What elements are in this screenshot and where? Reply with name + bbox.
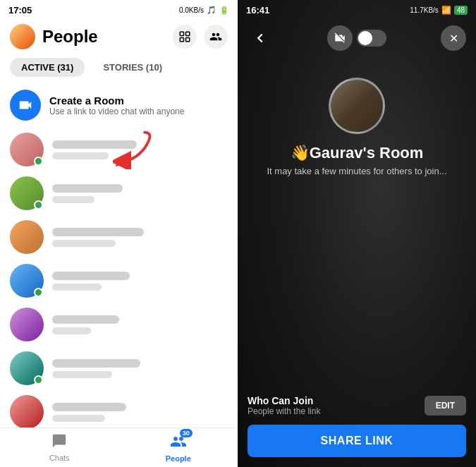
signal-icon-right: 📶	[441, 6, 451, 15]
network-speed-right: 11.7KB/s	[410, 6, 439, 14]
grid-icon-button[interactable]	[173, 25, 197, 49]
people-count-badge: 30	[180, 429, 193, 437]
people-badge-container: 30	[170, 433, 187, 453]
create-room-row[interactable]: Create a Room Use a link to video chat w…	[0, 83, 238, 128]
battery-right: 48	[454, 6, 468, 15]
chats-label: Chats	[49, 454, 70, 462]
online-indicator	[34, 288, 43, 297]
list-item[interactable]	[0, 303, 238, 346]
add-person-button[interactable]	[204, 25, 228, 49]
messenger-people-screen: 17:05 0.0KB/s 🎵 🔋 People	[0, 0, 238, 467]
share-link-button[interactable]: SHARE LINK	[248, 425, 466, 457]
bluetooth-icon: 🎵	[207, 6, 216, 15]
online-indicator	[34, 375, 43, 384]
people-list	[0, 128, 238, 427]
edit-button[interactable]: EDIT	[425, 396, 466, 416]
video-toggle-group	[327, 25, 386, 51]
person-info	[52, 315, 228, 334]
header-actions	[173, 25, 228, 49]
person-avatar	[10, 308, 44, 341]
list-item[interactable]	[0, 171, 238, 215]
online-indicator	[34, 157, 43, 166]
status-bar-left: 17:05 0.0KB/s 🎵 🔋	[0, 0, 238, 20]
room-screen: 16:41 11.7KB/s 📶 48 ✕	[238, 0, 476, 467]
status-bar-right: 16:41 11.7KB/s 📶 48	[238, 0, 476, 20]
person-avatar	[10, 133, 44, 166]
close-button[interactable]: ✕	[441, 25, 466, 51]
person-status	[52, 415, 105, 422]
status-icons-right: 11.7KB/s 📶 48	[410, 6, 468, 15]
person-info	[52, 184, 228, 203]
person-info	[52, 359, 228, 378]
create-room-subtitle: Use a link to video chat with anyone	[49, 107, 184, 116]
person-info	[52, 272, 228, 291]
who-can-join-sub: People with the link	[248, 406, 320, 416]
host-avatar	[329, 78, 385, 134]
chats-icon	[51, 433, 67, 452]
header-left: People	[10, 24, 98, 49]
person-info	[52, 403, 228, 422]
person-avatar	[10, 351, 44, 385]
list-item[interactable]	[0, 259, 238, 303]
person-avatar	[10, 264, 44, 298]
svg-rect-2	[180, 38, 183, 42]
network-speed-left: 0.0KB/s	[179, 6, 204, 14]
svg-rect-1	[186, 32, 190, 35]
grid-icon	[178, 30, 191, 43]
video-toggle-switch[interactable]	[357, 30, 386, 47]
person-status	[52, 284, 102, 291]
avatar-image	[10, 24, 35, 49]
room-text: Create a Room Use a link to video chat w…	[49, 95, 184, 116]
list-item[interactable]	[0, 346, 238, 390]
person-avatar	[10, 395, 44, 427]
tabs-row: ACTIVE (31) STORIES (10)	[0, 55, 238, 83]
room-subtitle: It may take a few minutes for others to …	[267, 166, 446, 176]
list-item[interactable]	[0, 390, 238, 427]
avatar-image	[10, 308, 44, 341]
battery-icon-left: 🔋	[219, 6, 229, 15]
page-title: People	[42, 27, 98, 47]
room-video-icon	[10, 90, 41, 121]
status-time-left: 17:05	[8, 5, 32, 16]
room-title: 👋Gaurav's Room	[291, 144, 424, 162]
svg-marker-4	[116, 159, 123, 166]
add-person-icon	[209, 30, 222, 43]
avatar-image	[10, 220, 44, 254]
video-camera-toggle-icon	[327, 25, 353, 51]
video-off-icon	[334, 32, 346, 44]
person-status	[52, 327, 91, 334]
left-panel: 17:05 0.0KB/s 🎵 🔋 People	[0, 0, 238, 467]
who-can-join-title: Who Can Join	[248, 395, 320, 406]
person-name	[52, 184, 123, 193]
person-info	[52, 228, 228, 247]
svg-rect-3	[186, 38, 190, 42]
create-room-title: Create a Room	[49, 95, 184, 107]
user-avatar[interactable]	[10, 24, 35, 49]
person-name	[52, 403, 126, 411]
person-name	[52, 272, 130, 280]
status-icons-left: 0.0KB/s 🎵 🔋	[179, 6, 229, 15]
video-camera-icon	[18, 97, 33, 113]
svg-rect-0	[180, 32, 183, 35]
back-arrow-icon	[252, 30, 268, 46]
tab-stories[interactable]: STORIES (10)	[92, 58, 173, 77]
person-status	[52, 371, 112, 378]
room-content: 👋Gaurav's Room It may take a few minutes…	[238, 56, 476, 176]
people-label: People	[166, 454, 191, 463]
back-button[interactable]	[248, 25, 273, 51]
person-name	[52, 228, 144, 236]
room-bottom-section: Who Can Join People with the link EDIT S…	[238, 385, 476, 467]
list-item[interactable]	[0, 215, 238, 259]
nav-people[interactable]: 30 People	[119, 433, 238, 463]
toggle-knob	[358, 31, 372, 45]
tab-active[interactable]: ACTIVE (31)	[10, 58, 85, 77]
red-arrow-indicator	[113, 127, 155, 172]
person-status	[52, 240, 116, 247]
who-can-join-info: Who Can Join People with the link	[248, 395, 320, 416]
nav-chats[interactable]: Chats	[0, 433, 119, 462]
person-name	[52, 315, 119, 324]
person-name	[52, 359, 140, 368]
host-avatar-image	[331, 80, 383, 132]
avatar-image	[10, 395, 44, 427]
person-status	[52, 196, 94, 203]
